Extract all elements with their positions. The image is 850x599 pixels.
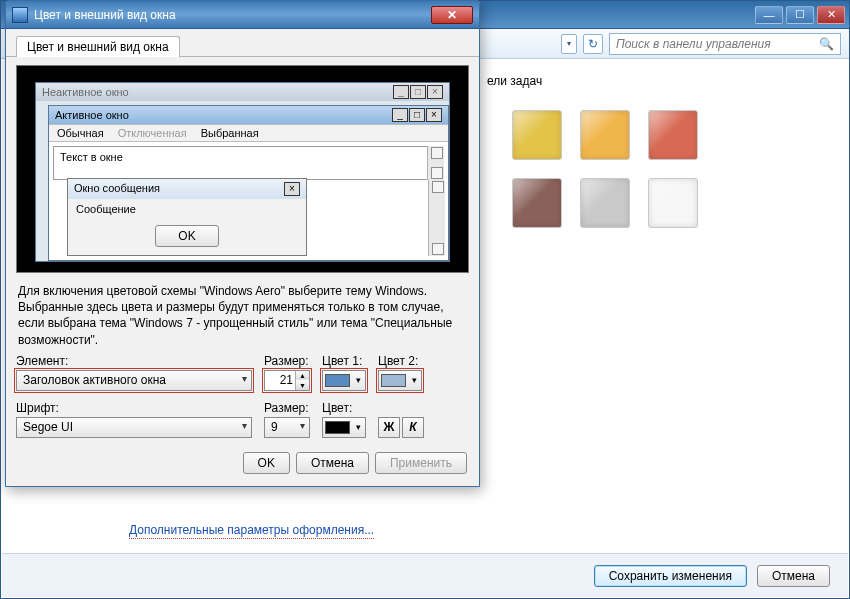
ok-button[interactable]: OK: [243, 452, 290, 474]
maximize-button[interactable]: ☐: [786, 6, 814, 24]
color-swatch[interactable]: [512, 178, 562, 228]
minimize-button[interactable]: —: [755, 6, 783, 24]
apply-button[interactable]: Применить: [375, 452, 467, 474]
preview-menubar: Обычная Отключенная Выбранная: [49, 124, 448, 142]
font-combo[interactable]: Segoe UI: [16, 417, 252, 438]
color-swatch[interactable]: [580, 178, 630, 228]
menu-normal: Обычная: [57, 127, 104, 139]
label-element: Элемент:: [16, 354, 252, 368]
color-swatch[interactable]: [648, 110, 698, 160]
save-changes-button[interactable]: Сохранить изменения: [594, 565, 747, 587]
color-swatch[interactable]: [512, 110, 562, 160]
refresh-button[interactable]: ↻: [583, 34, 603, 54]
tab-appearance[interactable]: Цвет и внешний вид окна: [16, 36, 180, 57]
dialog-close-button[interactable]: ✕: [431, 6, 473, 24]
scrollbar-icon: [427, 146, 444, 180]
italic-toggle[interactable]: К: [402, 417, 424, 438]
dialog-title: Цвет и внешний вид окна: [34, 8, 176, 22]
appearance-dialog: Цвет и внешний вид окна ✕ Цвет и внешний…: [5, 0, 480, 487]
label-color2: Цвет 2:: [378, 354, 422, 368]
search-placeholder: Поиск в панели управления: [616, 37, 771, 51]
search-input[interactable]: Поиск в панели управления 🔍: [609, 33, 841, 55]
msgbox-body: Сообщение: [68, 199, 306, 221]
menu-disabled: Отключенная: [118, 127, 187, 139]
preview-messagebox: Окно сообщения × Сообщение OK: [67, 178, 307, 256]
cancel-button[interactable]: Отмена: [757, 565, 830, 587]
preview-inactive-title: Неактивное окно: [42, 86, 129, 98]
preview-textarea: Текст в окне: [53, 146, 444, 180]
advanced-appearance-link[interactable]: Дополнительные параметры оформления...: [129, 523, 374, 539]
scrollbar-icon: [428, 180, 445, 256]
msgbox-title: Окно сообщения: [74, 182, 160, 196]
label-font: Шрифт:: [16, 401, 252, 415]
preview-min-icon: _: [392, 108, 408, 122]
menu-selected: Выбранная: [201, 127, 259, 139]
font-color-picker[interactable]: ▾: [322, 417, 366, 438]
preview-close-icon: ×: [427, 85, 443, 99]
close-button[interactable]: ✕: [817, 6, 845, 24]
color2-picker[interactable]: ▾: [378, 370, 422, 391]
dialog-footer: OK Отмена Применить: [18, 452, 467, 474]
preview-area: Неактивное окно _ □ × Активное окно _: [16, 65, 469, 273]
color1-picker[interactable]: ▾: [322, 370, 366, 391]
preview-active-title: Активное окно: [55, 109, 129, 121]
dialog-titlebar: Цвет и внешний вид окна ✕: [6, 1, 479, 29]
label-color1: Цвет 1:: [322, 354, 366, 368]
description-text: Для включения цветовой схемы "Windows Ae…: [18, 283, 467, 348]
preview-active-window: Активное окно _ □ × Обычная Отключенная …: [48, 105, 449, 261]
msgbox-ok-button: OK: [155, 225, 218, 247]
color-swatch[interactable]: [648, 178, 698, 228]
label-size2: Размер:: [264, 401, 310, 415]
search-icon: 🔍: [819, 37, 834, 51]
size-spinner[interactable]: 21 ▲▼: [264, 370, 310, 391]
preview-close-icon: ×: [426, 108, 442, 122]
element-combo[interactable]: Заголовок активного окна: [16, 370, 252, 391]
tabstrip: Цвет и внешний вид окна: [6, 35, 479, 57]
label-fontcolor: Цвет:: [322, 401, 366, 415]
preview-min-icon: _: [393, 85, 409, 99]
preview-max-icon: □: [410, 85, 426, 99]
breadcrumb-dropdown[interactable]: ▾: [561, 34, 577, 54]
label-size: Размер:: [264, 354, 310, 368]
preview-max-icon: □: [409, 108, 425, 122]
app-icon: [12, 7, 28, 23]
font-size-combo[interactable]: 9: [264, 417, 310, 438]
cp-footer: Сохранить изменения Отмена: [2, 553, 848, 597]
cancel-button[interactable]: Отмена: [296, 452, 369, 474]
color-swatch[interactable]: [580, 110, 630, 160]
preview-inactive-window: Неактивное окно _ □ × Активное окно _: [35, 82, 450, 262]
msgbox-close-icon: ×: [284, 182, 300, 196]
bold-toggle[interactable]: Ж: [378, 417, 400, 438]
